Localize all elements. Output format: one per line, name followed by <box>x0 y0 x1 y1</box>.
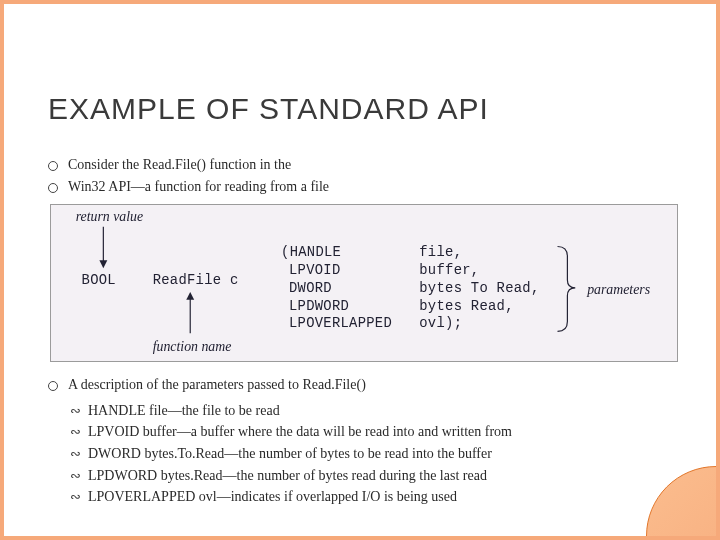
param-name: bytes Read, <box>419 298 513 314</box>
list-item: Win32 API—a function for reading from a … <box>48 176 329 198</box>
list-item: Consider the Read.File() function in the <box>48 154 329 176</box>
sub-bullet-icon: ∾ <box>70 444 84 464</box>
sub-bullet-text: HANDLE file—the file to be read <box>88 400 280 422</box>
param-name: buffer, <box>419 262 479 278</box>
parameter-description: A description of the parameters passed t… <box>48 374 512 508</box>
bullet-icon <box>48 183 58 193</box>
sub-bullet-icon: ∾ <box>70 487 84 507</box>
param-type: (HANDLE <box>281 244 341 260</box>
bullet-text: A description of the parameters passed t… <box>68 374 366 396</box>
list-item: A description of the parameters passed t… <box>48 374 512 396</box>
sub-bullet-list: ∾ HANDLE file—the file to be read ∾ LPVO… <box>70 400 512 508</box>
list-item: ∾ LPVOID buffer—a buffer where the data … <box>70 421 512 443</box>
param-name: ovl); <box>419 315 462 331</box>
sub-bullet-text: LPDWORD bytes.Read—the number of bytes r… <box>88 465 487 487</box>
param-type: DWORD <box>289 280 332 296</box>
bullet-text: Consider the Read.File() function in the <box>68 154 291 176</box>
function-name: ReadFile c <box>153 272 239 288</box>
parameters-label: parameters <box>586 282 650 297</box>
list-item: ∾ HANDLE file—the file to be read <box>70 400 512 422</box>
brace-icon <box>558 246 576 331</box>
list-item: ∾ LPOVERLAPPED ovl—indicates if overlapp… <box>70 486 512 508</box>
return-type: BOOL <box>82 272 116 288</box>
sub-bullet-text: LPOVERLAPPED ovl—indicates if overlapped… <box>88 486 457 508</box>
list-item: ∾ DWORD bytes.To.Read—the number of byte… <box>70 443 512 465</box>
page-title: EXAMPLE OF STANDARD API <box>48 92 489 126</box>
function-name-label: function name <box>153 339 232 354</box>
bullet-icon <box>48 381 58 391</box>
param-name: bytes To Read, <box>419 280 539 296</box>
sub-bullet-icon: ∾ <box>70 422 84 442</box>
intro-bullets: Consider the Read.File() function in the… <box>48 154 329 197</box>
param-type: LPVOID <box>289 262 341 278</box>
bullet-text: Win32 API—a function for reading from a … <box>68 176 329 198</box>
return-value-label: return value <box>76 209 143 224</box>
slide: EXAMPLE OF STANDARD API Consider the Rea… <box>0 0 720 540</box>
param-type: LPDWORD <box>289 298 349 314</box>
api-signature-diagram: return value BOOL ReadFile c function na… <box>50 204 678 362</box>
arrow-head-icon <box>99 260 107 268</box>
arrow-head-icon <box>186 292 194 300</box>
decorative-circle <box>646 466 720 540</box>
sub-bullet-icon: ∾ <box>70 401 84 421</box>
param-type: LPOVERLAPPED <box>289 315 392 331</box>
sub-bullet-icon: ∾ <box>70 466 84 486</box>
sub-bullet-text: LPVOID buffer—a buffer where the data wi… <box>88 421 512 443</box>
bullet-icon <box>48 161 58 171</box>
param-name: file, <box>419 244 462 260</box>
sub-bullet-text: DWORD bytes.To.Read—the number of bytes … <box>88 443 492 465</box>
list-item: ∾ LPDWORD bytes.Read—the number of bytes… <box>70 465 512 487</box>
